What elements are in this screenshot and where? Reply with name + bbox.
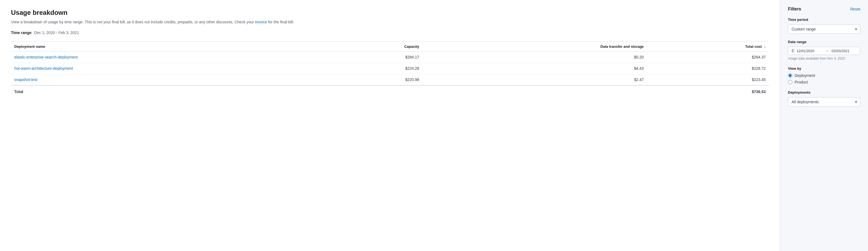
col-deployment-name: Deployment name [11,42,326,51]
radio-item-product[interactable]: Product [788,80,860,84]
time-period-select-wrapper: Custom rangeLast 30 daysLast 60 daysLast… [788,25,860,34]
table-row: snapshot-test$220.98$2.47$223.45 [11,74,769,86]
cell-data-transfer: $2.47 [423,74,647,86]
invoice-link[interactable]: invoice [255,20,267,24]
view-by-section: View by Deployment Product [788,67,860,84]
col-total-cost[interactable]: Total cost ↓ [647,42,769,51]
filters-title: Filters [788,7,801,11]
deployments-label: Deployments [788,91,860,95]
radio-item-deployment[interactable]: Deployment [788,73,860,78]
cell-capacity: $220.98 [326,74,423,86]
reset-link[interactable]: Reset [850,7,860,11]
cell-capacity: $284.17 [326,51,423,63]
main-content: Usage breakdown View a breakdown of usag… [0,0,780,251]
date-range-row: 🗓 → [788,47,860,55]
col-data-transfer: Data transfer and storage [423,42,647,51]
cell-data-transfer: $4.43 [423,63,647,74]
view-by-label: View by [788,67,860,71]
deployment-link[interactable]: snapshot-test [14,77,37,82]
filters-panel: Filters Reset Time period Custom rangeLa… [780,0,868,251]
usage-table: Deployment name Capacity Data transfer a… [11,41,769,98]
total-label: Total [11,85,326,98]
time-range: Time range Dec 1, 2020 - Feb 3, 2021 [11,31,769,35]
cell-deployment-name: hot-warm-architecture-deployment [11,63,326,74]
radio-deployment-label: Deployment [795,73,815,78]
sort-icon: ↓ [764,44,766,48]
table-row: hot-warm-architecture-deployment$224.28$… [11,63,769,74]
deployment-link[interactable]: elastic-enterprise-search-deployment [14,55,78,59]
description-text-part2: for the final bill. [268,20,294,24]
deployments-select-wrapper: All deployments ▾ [788,97,860,107]
description-text-part1: View a breakdown of usage by time range.… [11,20,255,24]
date-start-input[interactable] [797,49,823,53]
view-by-radio-group: Deployment Product [788,73,860,84]
page-title: Usage breakdown [11,9,769,16]
date-range-section: Date range 🗓 → Usage data available from… [788,40,860,61]
page-description: View a breakdown of usage by time range.… [11,19,769,25]
date-arrow-icon: → [824,48,830,53]
deployments-section: Deployments All deployments ▾ [788,91,860,107]
cell-capacity: $224.28 [326,63,423,74]
table-header-row: Deployment name Capacity Data transfer a… [11,42,769,51]
col-capacity: Capacity [326,42,423,51]
cell-total-cost: $228.72 [647,63,769,74]
time-range-value: Dec 1, 2020 - Feb 3, 2021 [34,31,79,35]
cell-total-cost: $223.45 [647,74,769,86]
deployment-link[interactable]: hot-warm-architecture-deployment [14,66,73,71]
filters-header: Filters Reset [788,7,860,11]
total-row: Total$736.53 [11,85,769,98]
date-availability-note: Usage data available from Nov 4, 2020 [788,57,860,61]
cell-deployment-name: elastic-enterprise-search-deployment [11,51,326,63]
date-end-input[interactable] [832,49,858,53]
table-row: elastic-enterprise-search-deployment$284… [11,51,769,63]
deployments-select[interactable]: All deployments [788,97,860,107]
radio-deployment[interactable] [788,73,793,78]
time-period-section: Time period Custom rangeLast 30 daysLast… [788,17,860,34]
radio-product[interactable] [788,80,793,84]
total-cost: $736.53 [647,85,769,98]
time-period-label: Time period [788,17,860,22]
time-period-select[interactable]: Custom rangeLast 30 daysLast 60 daysLast… [788,25,860,34]
time-range-label: Time range [11,31,31,35]
cell-deployment-name: snapshot-test [11,74,326,86]
cell-data-transfer: $0.20 [423,51,647,63]
calendar-icon: 🗓 [791,48,795,53]
date-range-label: Date range [788,40,860,44]
radio-product-label: Product [795,80,808,84]
cell-total-cost: $284.37 [647,51,769,63]
